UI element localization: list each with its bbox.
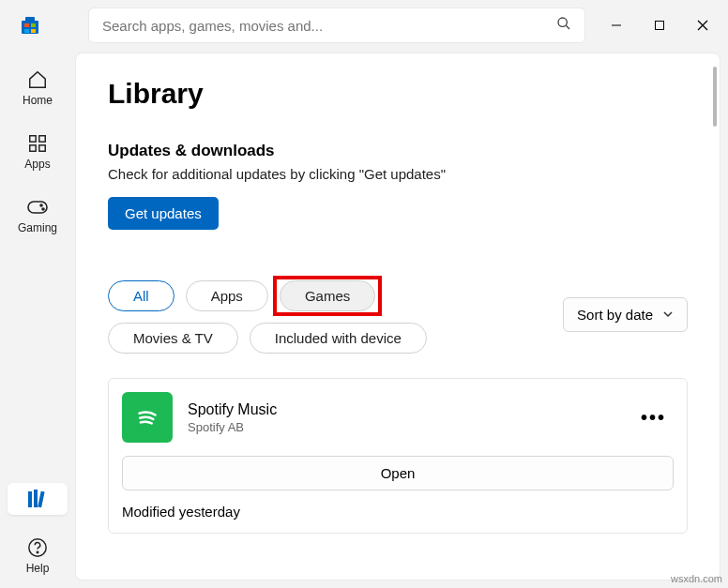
filter-chip-movies-tv[interactable]: Movies & TV: [108, 323, 238, 354]
updates-heading: Updates & downloads: [108, 142, 688, 160]
svg-rect-13: [39, 136, 45, 142]
svg-point-17: [40, 204, 42, 206]
svg-point-6: [558, 18, 567, 26]
filter-chip-included[interactable]: Included with device: [250, 323, 427, 354]
svg-rect-4: [24, 29, 29, 33]
updates-description: Check for additional updates by clicking…: [108, 166, 688, 182]
main-content: Library Updates & downloads Check for ad…: [75, 53, 720, 580]
filter-chip-all[interactable]: All: [108, 280, 174, 311]
sort-button[interactable]: Sort by date: [563, 297, 688, 332]
get-updates-button[interactable]: Get updates: [108, 197, 219, 230]
microsoft-store-window: Home Apps Gaming Help Library Updates &: [0, 0, 728, 588]
svg-line-7: [566, 25, 569, 29]
modified-text: Modified yesterday: [122, 504, 674, 520]
sidebar-item-label: Help: [26, 562, 50, 575]
app-publisher: Spotify AB: [188, 420, 277, 434]
page-title: Library: [108, 78, 688, 110]
svg-rect-20: [34, 490, 38, 507]
sidebar-item-apps[interactable]: Apps: [8, 128, 68, 174]
svg-rect-21: [38, 491, 44, 507]
svg-rect-15: [39, 145, 45, 151]
scrollbar-thumb[interactable]: [713, 67, 717, 127]
svg-rect-12: [30, 136, 36, 142]
app-card: Spotify Music Spotify AB ••• Open Modifi…: [108, 378, 688, 534]
annotation-highlight: [273, 276, 382, 316]
svg-rect-19: [28, 491, 32, 507]
svg-rect-5: [31, 29, 36, 33]
svg-rect-16: [28, 202, 47, 213]
sidebar-item-home[interactable]: Home: [8, 64, 68, 111]
close-button[interactable]: [681, 8, 724, 42]
svg-rect-0: [22, 21, 38, 34]
library-icon: [26, 487, 49, 511]
chevron-down-icon: [662, 307, 674, 323]
sidebar-item-gaming[interactable]: Gaming: [8, 191, 68, 238]
svg-rect-9: [656, 22, 664, 30]
store-logo: [8, 14, 53, 37]
filter-chip-apps[interactable]: Apps: [186, 280, 268, 311]
sidebar-item-library[interactable]: [8, 483, 68, 515]
apps-icon: [27, 131, 48, 156]
open-button[interactable]: Open: [122, 456, 674, 490]
sidebar-item-label: Gaming: [18, 221, 57, 234]
help-icon: [27, 535, 48, 560]
body: Home Apps Gaming Help Library Updates &: [0, 45, 728, 588]
filter-chips: All Apps Games Movies & TV Included with…: [108, 280, 511, 354]
title-bar: [0, 0, 728, 45]
svg-point-23: [37, 551, 38, 552]
sidebar-item-help[interactable]: Help: [8, 532, 68, 579]
watermark: wsxdn.com: [671, 573, 722, 584]
sort-label: Sort by date: [577, 307, 653, 323]
svg-point-18: [42, 208, 44, 210]
home-icon: [27, 68, 48, 92]
filter-row: All Apps Games Movies & TV Included with…: [108, 280, 688, 354]
app-title: Spotify Music: [188, 401, 277, 418]
sidebar-item-label: Apps: [24, 158, 50, 171]
svg-rect-14: [30, 145, 36, 151]
svg-rect-2: [24, 23, 29, 27]
app-card-header: Spotify Music Spotify AB •••: [122, 392, 674, 443]
search-icon: [556, 16, 571, 35]
filter-chip-games[interactable]: Games: [280, 280, 375, 311]
more-options-button[interactable]: •••: [633, 403, 674, 432]
svg-rect-1: [25, 17, 35, 22]
maximize-button[interactable]: [638, 8, 681, 42]
gaming-icon: [26, 195, 49, 219]
search-input[interactable]: [102, 18, 556, 34]
minimize-button[interactable]: [595, 8, 638, 42]
search-box[interactable]: [88, 8, 585, 43]
window-controls: [595, 8, 724, 42]
sidebar: Home Apps Gaming Help: [0, 45, 75, 588]
app-info: Spotify Music Spotify AB: [188, 401, 277, 434]
sidebar-item-label: Home: [23, 94, 53, 107]
spotify-icon: [122, 392, 173, 443]
svg-rect-3: [31, 23, 36, 27]
